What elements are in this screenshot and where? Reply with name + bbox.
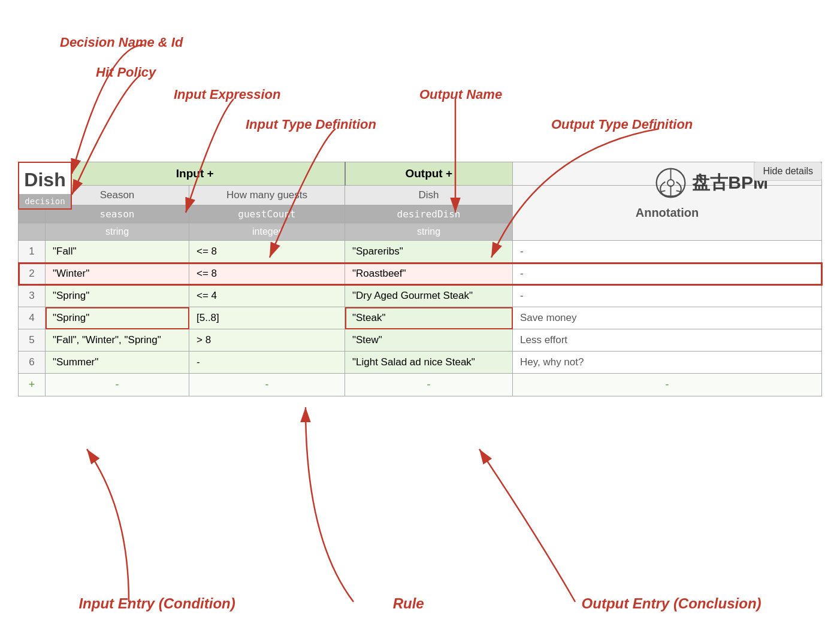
row-annotation-5[interactable]: Less effort	[513, 329, 822, 352]
output-name-label: Output Name	[419, 87, 502, 102]
row-output-4[interactable]: "Steak"	[345, 307, 513, 329]
hide-details-button[interactable]: Hide details	[754, 162, 822, 181]
logo-icon	[654, 166, 687, 199]
row-input1-5[interactable]: "Fall", "Winter", "Spring"	[46, 329, 189, 352]
svg-line-4	[661, 190, 665, 192]
footer-dash-3: -	[345, 374, 513, 396]
row-annotation-2[interactable]: -	[513, 263, 822, 285]
footer-dash-4: -	[513, 374, 822, 396]
bottom-labels: Input Entry (Condition) Rule Output Entr…	[0, 595, 840, 612]
output-group-header[interactable]: Output +	[345, 162, 513, 186]
empty-cell-3	[19, 223, 46, 241]
svg-point-1	[667, 180, 674, 186]
row-output-5[interactable]: "Stew"	[345, 329, 513, 352]
row-input2-2[interactable]: <= 8	[189, 263, 345, 285]
col2-name: How many guests	[189, 186, 345, 205]
row-output-1[interactable]: "Spareribs"	[345, 241, 513, 263]
row-input2-3[interactable]: <= 4	[189, 285, 345, 307]
row-input2-5[interactable]: > 8	[189, 329, 345, 352]
col3-name: Dish	[345, 186, 513, 205]
col1-type[interactable]: string	[46, 223, 189, 241]
footer-row: + - - - -	[19, 374, 822, 396]
row-output-2[interactable]: "Roastbeef"	[345, 263, 513, 285]
footer-dash-1: -	[46, 374, 189, 396]
output-entry-label: Output Entry (Conclusion)	[582, 595, 762, 612]
decision-box: Dish decision	[18, 162, 72, 210]
row-input1-4[interactable]: "Spring"	[46, 307, 189, 329]
row-annotation-3[interactable]: -	[513, 285, 822, 307]
row-output-6[interactable]: "Light Salad ad nice Steak"	[345, 352, 513, 374]
table-row: 2"Winter"<= 8"Roastbeef"-	[19, 263, 822, 285]
row-output-3[interactable]: "Dry Aged Gourmet Steak"	[345, 285, 513, 307]
col3-id[interactable]: desiredDish	[345, 205, 513, 223]
row-input1-6[interactable]: "Summer"	[46, 352, 189, 374]
output-type-def-label: Output Type Definition	[551, 117, 693, 132]
row-num-4: 4	[19, 307, 46, 329]
dish-title: Dish	[19, 163, 71, 194]
col3-type[interactable]: string	[345, 223, 513, 241]
input-type-def-label: Input Type Definition	[246, 117, 376, 132]
table-row: 3"Spring"<= 4"Dry Aged Gourmet Steak"-	[19, 285, 822, 307]
col2-type[interactable]: integer	[189, 223, 345, 241]
row-num-3: 3	[19, 285, 46, 307]
footer-add[interactable]: +	[19, 374, 46, 396]
row-input1-2[interactable]: "Winter"	[46, 263, 189, 285]
row-input2-6[interactable]: -	[189, 352, 345, 374]
table-row: 6"Summer"-"Light Salad ad nice Steak"Hey…	[19, 352, 822, 374]
table-row: 5"Fall", "Winter", "Spring"> 8"Stew"Less…	[19, 329, 822, 352]
table-row: 4"Spring"[5..8]"Steak"Save money	[19, 307, 822, 329]
logo-watermark: 盘古BPM	[654, 166, 768, 199]
col2-id[interactable]: guestCount	[189, 205, 345, 223]
row-num-1: 1	[19, 241, 46, 263]
footer-dash-2: -	[189, 374, 345, 396]
row-annotation-4[interactable]: Save money	[513, 307, 822, 329]
input-entry-label: Input Entry (Condition)	[78, 595, 235, 612]
row-input1-3[interactable]: "Spring"	[46, 285, 189, 307]
table-row: 1"Fall"<= 8"Spareribs"-	[19, 241, 822, 263]
hit-policy-label: Hit Policy	[96, 65, 156, 80]
row-input1-1[interactable]: "Fall"	[46, 241, 189, 263]
svg-line-5	[676, 190, 681, 192]
decision-subtitle: decision	[19, 194, 71, 208]
row-annotation-1[interactable]: -	[513, 241, 822, 263]
input-expression-label: Input Expression	[174, 87, 280, 102]
row-num-5: 5	[19, 329, 46, 352]
table-body: 1"Fall"<= 8"Spareribs"-2"Winter"<= 8"Roa…	[19, 241, 822, 374]
input-group-header[interactable]: Input +	[46, 162, 345, 186]
row-input2-1[interactable]: <= 8	[189, 241, 345, 263]
row-num-2: 2	[19, 263, 46, 285]
rule-label: Rule	[393, 595, 424, 612]
main-container: Decision Name & Id Hit Policy Input Expr…	[0, 0, 840, 630]
row-annotation-6[interactable]: Hey, why not?	[513, 352, 822, 374]
row-num-6: 6	[19, 352, 46, 374]
decision-name-id-label: Decision Name & Id	[60, 35, 183, 50]
row-input2-4[interactable]: [5..8]	[189, 307, 345, 329]
